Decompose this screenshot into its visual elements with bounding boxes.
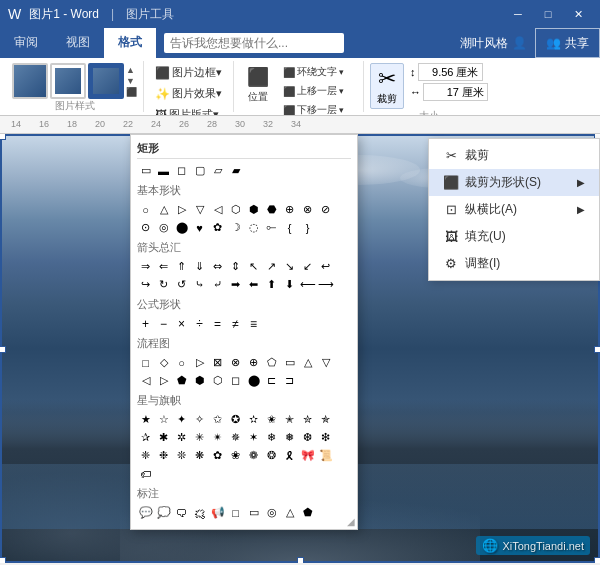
shape-rect-3[interactable]: ◻	[173, 162, 190, 179]
menu-item-aspect[interactable]: ⊡ 纵横比(A) ▶	[429, 196, 599, 223]
ar-17[interactable]: ➡	[227, 276, 244, 293]
ca-3[interactable]: 🗨	[173, 504, 190, 521]
ar-8[interactable]: ↗	[263, 258, 280, 275]
ar-21[interactable]: ⟵	[299, 276, 316, 293]
tab-format[interactable]: 格式	[104, 28, 156, 58]
fc-13[interactable]: ▷	[155, 372, 172, 389]
tab-view[interactable]: 视图	[52, 28, 104, 58]
ar-18[interactable]: ⬅	[245, 276, 262, 293]
fc-18[interactable]: ⬤	[245, 372, 262, 389]
st-7[interactable]: ✫	[245, 411, 262, 428]
ca-10[interactable]: ⬟	[299, 504, 316, 521]
st-8[interactable]: ✬	[263, 411, 280, 428]
st-18[interactable]: ✶	[245, 429, 262, 446]
st-11[interactable]: ✯	[317, 411, 334, 428]
bs-8[interactable]: ⬣	[263, 201, 280, 218]
minimize-button[interactable]: ─	[504, 0, 532, 28]
st-12[interactable]: ✰	[137, 429, 154, 446]
st-26[interactable]: ❋	[191, 447, 208, 464]
fc-6[interactable]: ⊗	[227, 354, 244, 371]
st-31[interactable]: 🎗	[281, 447, 298, 464]
st-28[interactable]: ❀	[227, 447, 244, 464]
eq-4[interactable]: ÷	[191, 315, 208, 332]
eq-1[interactable]: +	[137, 315, 154, 332]
st-2[interactable]: ☆	[155, 411, 172, 428]
style-expand[interactable]: ⬛	[126, 87, 137, 97]
fc-9[interactable]: ▭	[281, 354, 298, 371]
position-btn[interactable]: ⬛ 位置	[240, 63, 276, 107]
ca-7[interactable]: ▭	[245, 504, 262, 521]
picture-layout-btn[interactable]: 🖼 图片版式▾	[150, 105, 227, 116]
ar-3[interactable]: ⇑	[173, 258, 190, 275]
st-30[interactable]: ❂	[263, 447, 280, 464]
ar-11[interactable]: ↩	[317, 258, 334, 275]
st-13[interactable]: ✱	[155, 429, 172, 446]
fc-4[interactable]: ▷	[191, 354, 208, 371]
fc-10[interactable]: △	[299, 354, 316, 371]
ca-9[interactable]: △	[281, 504, 298, 521]
eq-2[interactable]: −	[155, 315, 172, 332]
menu-item-fill[interactable]: 🖼 填充(U)	[429, 223, 599, 250]
ar-1[interactable]: ⇒	[137, 258, 154, 275]
fc-11[interactable]: ▽	[317, 354, 334, 371]
ar-2[interactable]: ⇐	[155, 258, 172, 275]
menu-item-crop-to-shape[interactable]: ⬛ 裁剪为形状(S) ▶	[429, 169, 599, 196]
shape-rect-2[interactable]: ▬	[155, 162, 172, 179]
send-back-btn[interactable]: ⬛ 下移一层 ▾	[278, 101, 349, 116]
bs-4[interactable]: ▽	[191, 201, 208, 218]
st-24[interactable]: ❉	[155, 447, 172, 464]
handle-tl[interactable]	[0, 134, 6, 140]
st-15[interactable]: ✳	[191, 429, 208, 446]
st-21[interactable]: ❆	[299, 429, 316, 446]
fc-2[interactable]: ◇	[155, 354, 172, 371]
fc-14[interactable]: ⬟	[173, 372, 190, 389]
bs-15[interactable]: ♥	[191, 219, 208, 236]
search-input[interactable]	[164, 33, 344, 53]
st-1[interactable]: ★	[137, 411, 154, 428]
bs-5[interactable]: ◁	[209, 201, 226, 218]
st-29[interactable]: ❁	[245, 447, 262, 464]
fc-12[interactable]: ◁	[137, 372, 154, 389]
shape-rect-1[interactable]: ▭	[137, 162, 154, 179]
bs-18[interactable]: ◌	[245, 219, 262, 236]
menu-item-crop[interactable]: ✂ 裁剪	[429, 142, 599, 169]
st-33[interactable]: 📜	[317, 447, 334, 464]
ar-5[interactable]: ⇔	[209, 258, 226, 275]
st-27[interactable]: ✿	[209, 447, 226, 464]
shape-rect-5[interactable]: ▱	[209, 162, 226, 179]
ca-2[interactable]: 💭	[155, 504, 172, 521]
fc-5[interactable]: ⊠	[209, 354, 226, 371]
ar-6[interactable]: ⇕	[227, 258, 244, 275]
bring-forward-btn[interactable]: ⬛ 上移一层 ▾	[278, 82, 349, 100]
bs-1[interactable]: ○	[137, 201, 154, 218]
st-20[interactable]: ❅	[281, 429, 298, 446]
width-input[interactable]	[423, 83, 488, 101]
ar-22[interactable]: ⟶	[317, 276, 334, 293]
eq-5[interactable]: =	[209, 315, 226, 332]
bs-14[interactable]: ⬤	[173, 219, 190, 236]
shape-rect-6[interactable]: ▰	[227, 162, 244, 179]
bs-20[interactable]: {	[281, 219, 298, 236]
st-14[interactable]: ✲	[173, 429, 190, 446]
style-thumb-2[interactable]	[50, 63, 86, 99]
handle-mr[interactable]	[594, 346, 600, 353]
handle-ml[interactable]	[0, 346, 6, 353]
bs-6[interactable]: ⬡	[227, 201, 244, 218]
ar-19[interactable]: ⬆	[263, 276, 280, 293]
st-32[interactable]: 🎀	[299, 447, 316, 464]
ar-4[interactable]: ⇓	[191, 258, 208, 275]
st-10[interactable]: ✮	[299, 411, 316, 428]
st-17[interactable]: ✵	[227, 429, 244, 446]
bs-11[interactable]: ⊘	[317, 201, 334, 218]
tab-review[interactable]: 审阅	[0, 28, 52, 58]
style-thumb-3[interactable]	[88, 63, 124, 99]
eq-7[interactable]: ≡	[245, 315, 262, 332]
shape-rect-4[interactable]: ▢	[191, 162, 208, 179]
ca-5[interactable]: 📢	[209, 504, 226, 521]
ar-10[interactable]: ↙	[299, 258, 316, 275]
fc-15[interactable]: ⬢	[191, 372, 208, 389]
st-6[interactable]: ✪	[227, 411, 244, 428]
eq-6[interactable]: ≠	[227, 315, 244, 332]
ar-16[interactable]: ⤶	[209, 276, 226, 293]
st-25[interactable]: ❊	[173, 447, 190, 464]
